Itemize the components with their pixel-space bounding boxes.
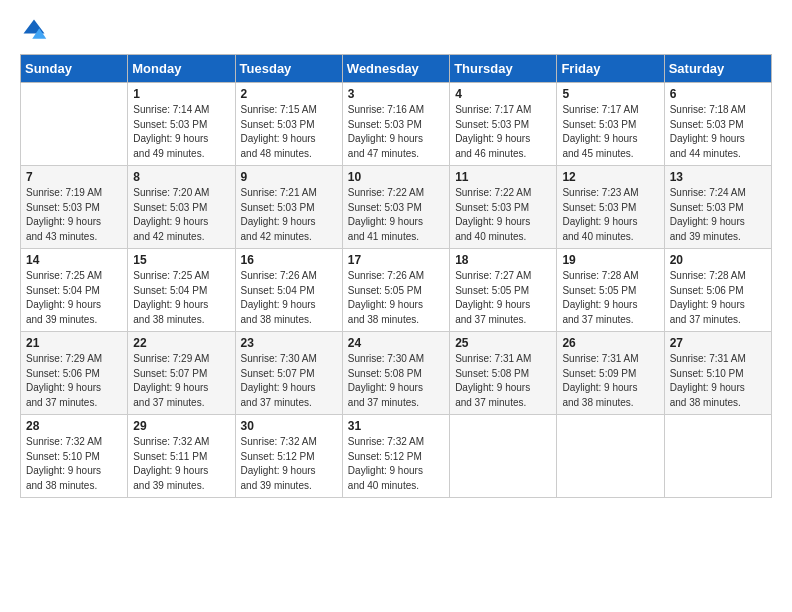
calendar-cell: 23Sunrise: 7:30 AMSunset: 5:07 PMDayligh… <box>235 332 342 415</box>
day-number: 18 <box>455 253 551 267</box>
calendar-cell: 8Sunrise: 7:20 AMSunset: 5:03 PMDaylight… <box>128 166 235 249</box>
day-number: 31 <box>348 419 444 433</box>
calendar-cell: 19Sunrise: 7:28 AMSunset: 5:05 PMDayligh… <box>557 249 664 332</box>
page-container: SundayMondayTuesdayWednesdayThursdayFrid… <box>0 0 792 508</box>
logo <box>20 16 52 44</box>
calendar-cell: 30Sunrise: 7:32 AMSunset: 5:12 PMDayligh… <box>235 415 342 498</box>
calendar-cell: 15Sunrise: 7:25 AMSunset: 5:04 PMDayligh… <box>128 249 235 332</box>
logo-icon <box>20 16 48 44</box>
calendar-cell <box>664 415 771 498</box>
day-number: 9 <box>241 170 337 184</box>
day-number: 24 <box>348 336 444 350</box>
day-number: 21 <box>26 336 122 350</box>
calendar-cell: 17Sunrise: 7:26 AMSunset: 5:05 PMDayligh… <box>342 249 449 332</box>
calendar-cell <box>557 415 664 498</box>
calendar-cell: 29Sunrise: 7:32 AMSunset: 5:11 PMDayligh… <box>128 415 235 498</box>
calendar-cell: 20Sunrise: 7:28 AMSunset: 5:06 PMDayligh… <box>664 249 771 332</box>
day-info: Sunrise: 7:23 AMSunset: 5:03 PMDaylight:… <box>562 186 658 244</box>
calendar-cell: 21Sunrise: 7:29 AMSunset: 5:06 PMDayligh… <box>21 332 128 415</box>
calendar-cell: 5Sunrise: 7:17 AMSunset: 5:03 PMDaylight… <box>557 83 664 166</box>
day-info: Sunrise: 7:29 AMSunset: 5:06 PMDaylight:… <box>26 352 122 410</box>
day-number: 4 <box>455 87 551 101</box>
day-number: 12 <box>562 170 658 184</box>
day-number: 25 <box>455 336 551 350</box>
day-info: Sunrise: 7:31 AMSunset: 5:08 PMDaylight:… <box>455 352 551 410</box>
day-info: Sunrise: 7:21 AMSunset: 5:03 PMDaylight:… <box>241 186 337 244</box>
calendar-cell: 16Sunrise: 7:26 AMSunset: 5:04 PMDayligh… <box>235 249 342 332</box>
calendar-cell: 12Sunrise: 7:23 AMSunset: 5:03 PMDayligh… <box>557 166 664 249</box>
day-info: Sunrise: 7:20 AMSunset: 5:03 PMDaylight:… <box>133 186 229 244</box>
day-info: Sunrise: 7:28 AMSunset: 5:05 PMDaylight:… <box>562 269 658 327</box>
day-info: Sunrise: 7:30 AMSunset: 5:08 PMDaylight:… <box>348 352 444 410</box>
day-number: 11 <box>455 170 551 184</box>
day-number: 26 <box>562 336 658 350</box>
week-row-3: 21Sunrise: 7:29 AMSunset: 5:06 PMDayligh… <box>21 332 772 415</box>
day-info: Sunrise: 7:26 AMSunset: 5:05 PMDaylight:… <box>348 269 444 327</box>
day-info: Sunrise: 7:32 AMSunset: 5:12 PMDaylight:… <box>241 435 337 493</box>
day-number: 28 <box>26 419 122 433</box>
calendar-cell: 28Sunrise: 7:32 AMSunset: 5:10 PMDayligh… <box>21 415 128 498</box>
day-number: 29 <box>133 419 229 433</box>
day-info: Sunrise: 7:30 AMSunset: 5:07 PMDaylight:… <box>241 352 337 410</box>
calendar-cell: 25Sunrise: 7:31 AMSunset: 5:08 PMDayligh… <box>450 332 557 415</box>
day-info: Sunrise: 7:31 AMSunset: 5:10 PMDaylight:… <box>670 352 766 410</box>
day-number: 19 <box>562 253 658 267</box>
day-number: 3 <box>348 87 444 101</box>
calendar-cell <box>21 83 128 166</box>
header <box>20 16 772 44</box>
calendar-cell: 13Sunrise: 7:24 AMSunset: 5:03 PMDayligh… <box>664 166 771 249</box>
day-info: Sunrise: 7:17 AMSunset: 5:03 PMDaylight:… <box>455 103 551 161</box>
header-day-friday: Friday <box>557 55 664 83</box>
day-number: 30 <box>241 419 337 433</box>
day-number: 6 <box>670 87 766 101</box>
day-number: 20 <box>670 253 766 267</box>
calendar-table: SundayMondayTuesdayWednesdayThursdayFrid… <box>20 54 772 498</box>
calendar-cell: 1Sunrise: 7:14 AMSunset: 5:03 PMDaylight… <box>128 83 235 166</box>
day-info: Sunrise: 7:16 AMSunset: 5:03 PMDaylight:… <box>348 103 444 161</box>
day-number: 23 <box>241 336 337 350</box>
header-day-monday: Monday <box>128 55 235 83</box>
day-number: 27 <box>670 336 766 350</box>
day-number: 2 <box>241 87 337 101</box>
calendar-cell: 18Sunrise: 7:27 AMSunset: 5:05 PMDayligh… <box>450 249 557 332</box>
day-info: Sunrise: 7:24 AMSunset: 5:03 PMDaylight:… <box>670 186 766 244</box>
week-row-2: 14Sunrise: 7:25 AMSunset: 5:04 PMDayligh… <box>21 249 772 332</box>
header-day-saturday: Saturday <box>664 55 771 83</box>
day-info: Sunrise: 7:26 AMSunset: 5:04 PMDaylight:… <box>241 269 337 327</box>
day-number: 17 <box>348 253 444 267</box>
week-row-1: 7Sunrise: 7:19 AMSunset: 5:03 PMDaylight… <box>21 166 772 249</box>
calendar-cell: 27Sunrise: 7:31 AMSunset: 5:10 PMDayligh… <box>664 332 771 415</box>
day-info: Sunrise: 7:31 AMSunset: 5:09 PMDaylight:… <box>562 352 658 410</box>
day-number: 16 <box>241 253 337 267</box>
week-row-0: 1Sunrise: 7:14 AMSunset: 5:03 PMDaylight… <box>21 83 772 166</box>
day-info: Sunrise: 7:15 AMSunset: 5:03 PMDaylight:… <box>241 103 337 161</box>
header-day-thursday: Thursday <box>450 55 557 83</box>
day-info: Sunrise: 7:29 AMSunset: 5:07 PMDaylight:… <box>133 352 229 410</box>
day-info: Sunrise: 7:19 AMSunset: 5:03 PMDaylight:… <box>26 186 122 244</box>
calendar-cell: 6Sunrise: 7:18 AMSunset: 5:03 PMDaylight… <box>664 83 771 166</box>
day-info: Sunrise: 7:32 AMSunset: 5:10 PMDaylight:… <box>26 435 122 493</box>
calendar-header-row: SundayMondayTuesdayWednesdayThursdayFrid… <box>21 55 772 83</box>
day-number: 13 <box>670 170 766 184</box>
day-info: Sunrise: 7:25 AMSunset: 5:04 PMDaylight:… <box>26 269 122 327</box>
day-number: 15 <box>133 253 229 267</box>
calendar-cell: 22Sunrise: 7:29 AMSunset: 5:07 PMDayligh… <box>128 332 235 415</box>
calendar-cell: 3Sunrise: 7:16 AMSunset: 5:03 PMDaylight… <box>342 83 449 166</box>
day-number: 5 <box>562 87 658 101</box>
day-number: 14 <box>26 253 122 267</box>
day-info: Sunrise: 7:14 AMSunset: 5:03 PMDaylight:… <box>133 103 229 161</box>
calendar-cell: 24Sunrise: 7:30 AMSunset: 5:08 PMDayligh… <box>342 332 449 415</box>
day-number: 22 <box>133 336 229 350</box>
day-info: Sunrise: 7:25 AMSunset: 5:04 PMDaylight:… <box>133 269 229 327</box>
calendar-cell: 9Sunrise: 7:21 AMSunset: 5:03 PMDaylight… <box>235 166 342 249</box>
header-day-wednesday: Wednesday <box>342 55 449 83</box>
calendar-cell: 4Sunrise: 7:17 AMSunset: 5:03 PMDaylight… <box>450 83 557 166</box>
day-info: Sunrise: 7:27 AMSunset: 5:05 PMDaylight:… <box>455 269 551 327</box>
calendar-cell: 7Sunrise: 7:19 AMSunset: 5:03 PMDaylight… <box>21 166 128 249</box>
day-info: Sunrise: 7:22 AMSunset: 5:03 PMDaylight:… <box>455 186 551 244</box>
day-info: Sunrise: 7:32 AMSunset: 5:11 PMDaylight:… <box>133 435 229 493</box>
day-info: Sunrise: 7:28 AMSunset: 5:06 PMDaylight:… <box>670 269 766 327</box>
day-number: 8 <box>133 170 229 184</box>
day-number: 7 <box>26 170 122 184</box>
calendar-cell: 2Sunrise: 7:15 AMSunset: 5:03 PMDaylight… <box>235 83 342 166</box>
